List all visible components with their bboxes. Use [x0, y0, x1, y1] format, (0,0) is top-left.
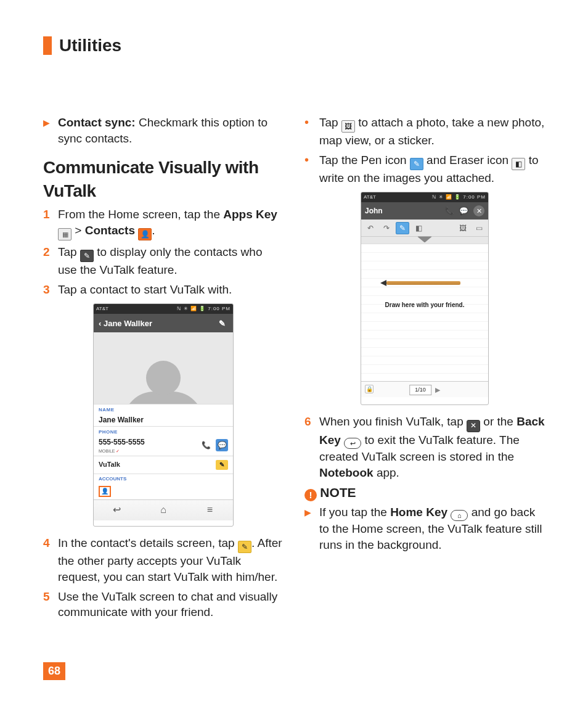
vutalk-row[interactable]: VuTalk ✎	[94, 456, 233, 474]
step-3: 3 Tap a contact to start VuTalk with.	[43, 282, 284, 298]
triangle-bullet-icon: ▶	[304, 507, 311, 517]
page-indicator: 1/10	[409, 385, 431, 395]
vutalk-title-bar: John 📞 💬 ✕	[361, 202, 488, 220]
pencil-graphic	[386, 281, 460, 285]
apps-grid-icon: ▦	[58, 228, 71, 240]
contact-sync-lead: Contact sync:	[58, 116, 136, 129]
back-nav-icon[interactable]: ↩	[94, 500, 140, 520]
drawing-canvas[interactable]: Draw here with your friend.	[361, 244, 488, 381]
chat-icon[interactable]: 💬	[459, 206, 468, 216]
account-profile-icon[interactable]: 👤	[99, 486, 111, 497]
toolbar-expand-icon[interactable]	[361, 237, 488, 244]
step-number: 5	[43, 589, 53, 605]
page-number: 68	[43, 662, 65, 680]
screenshot-vutalk-canvas: AT&T ℕ ✳ 📶 🔋 7:00 PM John 📞 💬 ✕ ↶ ↷ ✎ ◧ …	[361, 192, 489, 405]
header-title: Utilities	[59, 36, 121, 55]
step-2: 2 Tap ✎ to display only the contacts who…	[43, 244, 284, 278]
message-icon[interactable]: 💬	[216, 439, 228, 451]
right-column: • Tap 🖼 to attach a photo, take a new ph…	[304, 115, 545, 624]
attach-icon: 🖼	[341, 120, 355, 133]
bullet-contact-sync: ▶ Contact sync: Checkmark this option to…	[43, 115, 284, 146]
bullet-pen-eraser: • Tap the Pen icon ✎ and Eraser icon ◧ t…	[304, 152, 545, 186]
step-6: 6 When you finish VuTalk, tap ✕ or the B…	[304, 414, 545, 480]
vutalk-filter-icon: ✎	[80, 250, 94, 262]
name-value: Jane Wallker	[99, 415, 228, 425]
pager-bar: 🔒 1/10 ▶	[361, 381, 488, 397]
home-nav-icon[interactable]: ⌂	[140, 500, 186, 520]
toolbar: ↶ ↷ ✎ ◧ 🖼 ▭	[361, 220, 488, 237]
status-bar: AT&T ℕ ✳ 📶 🔋 7:00 PM	[94, 304, 233, 314]
bullet-attach: • Tap 🖼 to attach a photo, take a new ph…	[304, 115, 545, 149]
next-page-icon[interactable]: ▶	[435, 385, 440, 395]
check-icon: ✓	[116, 449, 120, 453]
title-bar: ‹ Jane Wallker ✎	[94, 314, 233, 332]
section-heading: Communicate Visually with VuTalk	[43, 156, 284, 203]
step-5: 5 Use the VuTalk screen to chat and visu…	[43, 589, 284, 620]
back-key-icon: ↩	[344, 438, 361, 449]
step-number: 4	[43, 535, 53, 551]
lock-icon[interactable]: 🔒	[365, 385, 374, 393]
dot-bullet-icon: •	[304, 115, 309, 129]
step-number: 3	[43, 282, 53, 298]
contact-title: Jane Wallker	[104, 319, 152, 328]
image-tool-icon[interactable]: 🖼	[456, 222, 470, 234]
contacts-icon: 👤	[138, 228, 152, 240]
home-key-icon: ⌂	[451, 510, 468, 521]
header-accent-bar	[43, 36, 52, 55]
vutalk-start-icon: ✎	[238, 541, 251, 553]
step-number: 2	[43, 244, 53, 260]
vutalk-note-icon: ✎	[216, 460, 228, 470]
eraser-tool-icon[interactable]: ◧	[412, 222, 425, 234]
undo-icon[interactable]: ↶	[364, 222, 377, 234]
edit-icon[interactable]: ✎	[216, 317, 228, 329]
note-body: ▶ If you tap the Home Key ⌂ and go back …	[304, 504, 545, 553]
step-1: 1 From the Home screen, tap the Apps Key…	[43, 207, 284, 240]
name-label: NAME	[99, 407, 228, 414]
close-x-icon: ✕	[467, 420, 480, 432]
step-4: 4 In the contact's details screen, tap ✎…	[43, 535, 284, 585]
carrier-label: AT&T	[364, 194, 376, 201]
close-icon[interactable]: ✕	[473, 205, 484, 216]
triangle-bullet-icon: ▶	[43, 118, 50, 128]
pen-icon: ✎	[410, 158, 423, 170]
note-heading: ! NOTE	[304, 484, 545, 501]
eraser-icon: ◧	[512, 158, 525, 170]
phone-call-icon[interactable]: 📞	[200, 439, 212, 451]
phone-label: PHONE	[99, 429, 228, 436]
accounts-label: ACCOUNTS	[94, 474, 233, 485]
phone-value: 555-555-5555	[99, 437, 145, 447]
step-number: 6	[304, 414, 314, 430]
canvas-hint: Draw here with your friend.	[361, 301, 488, 310]
carrier-label: AT&T	[96, 306, 108, 313]
screenshot-contact-detail: AT&T ℕ ✳ 📶 🔋 7:00 PM ‹ Jane Wallker ✎ NA…	[93, 303, 234, 527]
peer-name: John	[365, 206, 440, 216]
note-exclamation-icon: !	[304, 489, 317, 501]
more-tool-icon[interactable]: ▭	[472, 222, 486, 234]
dot-bullet-icon: •	[304, 153, 309, 166]
page-header: Utilities	[43, 36, 545, 55]
menu-nav-icon[interactable]: ≡	[187, 500, 233, 520]
left-column: ▶ Contact sync: Checkmark this option to…	[43, 115, 284, 624]
redo-icon[interactable]: ↷	[380, 222, 393, 234]
step-number: 1	[43, 207, 53, 223]
contact-avatar	[94, 332, 233, 404]
status-bar: AT&T ℕ ✳ 📶 🔋 7:00 PM	[361, 192, 488, 202]
call-icon[interactable]: 📞	[445, 206, 454, 216]
pen-tool-icon[interactable]: ✎	[396, 222, 409, 234]
android-nav-bar: ↩ ⌂ ≡	[94, 499, 233, 520]
